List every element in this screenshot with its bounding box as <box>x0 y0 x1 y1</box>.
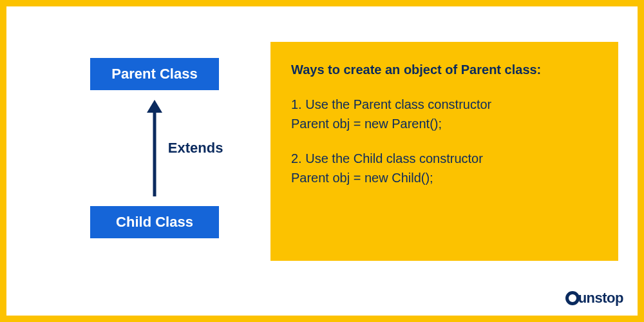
panel-item-code: Parent obj = new Parent(); <box>291 114 598 133</box>
panel-item-title: 2. Use the Child class constructor <box>291 149 598 168</box>
panel-heading: Ways to create an object of Parent class… <box>291 60 598 79</box>
brand-name: unstop <box>578 290 623 307</box>
panel-item-1: 1. Use the Parent class constructor Pare… <box>291 95 598 133</box>
svg-marker-1 <box>147 100 162 113</box>
slide-frame: Parent Class Extends Child Class Ways to… <box>0 0 644 322</box>
parent-class-box: Parent Class <box>90 58 219 90</box>
panel-item-code: Parent obj = new Child(); <box>291 168 598 187</box>
panel-item-title: 1. Use the Parent class constructor <box>291 95 598 114</box>
inheritance-diagram: Parent Class Extends Child Class <box>71 58 238 238</box>
extends-arrow-group: Extends <box>71 90 238 206</box>
child-class-box: Child Class <box>90 206 219 238</box>
extends-label: Extends <box>168 140 223 156</box>
panel-item-2: 2. Use the Child class constructor Paren… <box>291 149 598 187</box>
brand-logo: unstop <box>565 290 623 307</box>
info-panel: Ways to create an object of Parent class… <box>270 42 618 261</box>
arrow-up-icon <box>142 100 167 196</box>
logo-ring-icon <box>565 291 580 305</box>
